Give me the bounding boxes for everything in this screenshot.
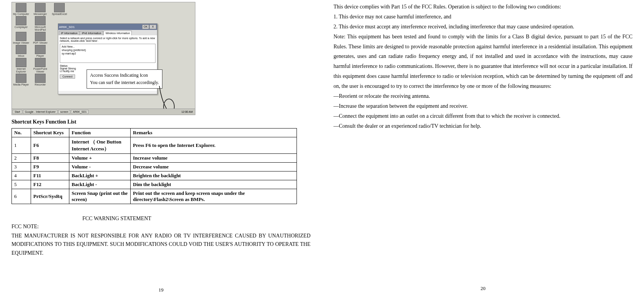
desktop-icon: Inbox (13, 45, 29, 57)
icon-label: Internet Explorer (13, 68, 29, 73)
cell-no: 2 (12, 154, 31, 163)
pdf-viewer-icon (35, 32, 46, 41)
inbox-icon (16, 45, 26, 54)
fcc-measure-3: —Connect the equipment into an outlet on… (334, 111, 633, 121)
media-player-icon (16, 74, 26, 83)
dialog-tabs: IP Information IPv6 Information Wireless… (58, 30, 157, 35)
desktop-icon: Internet Explorer (13, 58, 29, 73)
notify-label: Notify me (63, 70, 74, 73)
fcc-measure-1: —Reorient or relocate the receiving ante… (334, 91, 633, 101)
table-row: 1 F6 Internet （ One Button Internet Acce… (12, 137, 297, 154)
dialog-instruction: Select a network and press connect or ri… (60, 37, 156, 42)
desktop-icon: Recorder (32, 74, 49, 86)
desktop-icon: Player (32, 45, 49, 57)
fcc-warning-title: FCC WARNING STATEMENT (82, 216, 311, 222)
page-right: This device complies with Part 15 of the… (322, 0, 644, 295)
cell-keys: F11 (31, 171, 69, 180)
connect-button: Connect (60, 74, 75, 79)
page-left: My Computer Messenger SpreadExcel Corepl… (0, 0, 322, 295)
cell-remarks: Decrease volume (131, 163, 297, 171)
wordpad-icon (35, 16, 46, 25)
icon-label: Media Player (13, 83, 29, 86)
recorder-icon (35, 74, 46, 83)
fcc-body-text: THE MANUFACTURER IS NOT RESPONSIBLE FOR … (11, 232, 311, 257)
callout-line1: Access Success Indicating Icon (90, 72, 159, 79)
network-list: Add New... shuoying (preferred) sy-mart-… (60, 44, 156, 63)
cell-remarks: Brighten the backlight (131, 171, 297, 180)
icon-label: Messenger (34, 13, 47, 15)
desktop-icon: SpreadExcel (51, 3, 68, 15)
header-remarks: Remarks (131, 129, 297, 137)
desktop-icon: Messenger (32, 3, 49, 15)
page-number: 20 (480, 284, 485, 293)
cell-remarks: Press F6 to open the Internet Explorer. (131, 137, 297, 154)
tab-wireless-info: Wireless Information (103, 31, 132, 35)
taskbar: Start Google - Internet Explorer screen … (12, 109, 195, 115)
icon-label: Recorder (35, 83, 46, 86)
fcc-intro: This device complies with Part 15 of the… (334, 2, 633, 12)
callout-annotation: Access Success Indicating Icon You can s… (87, 69, 162, 89)
table-row: 2 F8 Volume + Increase volume (12, 154, 297, 163)
cell-no: 5 (12, 180, 31, 189)
ie-icon (16, 58, 26, 67)
ok-button: OK (142, 25, 149, 29)
network-item: shuoying (preferred) (61, 48, 154, 52)
network-add-new: Add New... (61, 45, 154, 48)
cell-keys: F6 (31, 137, 69, 154)
cell-remarks: Dim the backlight (131, 180, 297, 189)
cell-keys: F8 (31, 154, 69, 163)
icon-label: Player (36, 54, 44, 57)
player-icon (35, 45, 46, 54)
cell-no: 4 (12, 171, 31, 180)
header-function: Function (69, 129, 131, 137)
desktop-icon: Image Viewer (13, 32, 29, 44)
cell-function: Volume - (69, 163, 131, 171)
messenger-icon (35, 3, 46, 12)
section-title: Shortcut Keys Function List (11, 119, 311, 125)
cell-keys: F9 (31, 163, 69, 171)
header-no: No. (12, 129, 31, 137)
cell-no: 3 (12, 163, 31, 171)
cell-function: BackLight - (69, 180, 131, 189)
taskbar-app: AR6K_SD1 (71, 110, 88, 114)
shortcut-keys-table: No. Shortcut Keys Function Remarks 1 F6 … (11, 128, 297, 204)
status-label: Status: (60, 64, 156, 67)
start-button: Start (13, 110, 22, 114)
device-screenshot: My Computer Messenger SpreadExcel Corepl… (11, 2, 195, 115)
cell-keys: PrtScr/SysRq (31, 189, 69, 204)
cell-keys: F12 (31, 180, 69, 189)
fcc-note-body: Note: This equipment has been tested and… (334, 32, 633, 91)
icon-label: PowerPoint Viewer (32, 68, 49, 73)
dialog-titlebar: AR6K_SD1 OK X (58, 24, 157, 30)
page-number: 19 (159, 287, 164, 293)
image-viewer-icon (16, 32, 26, 41)
tab-ip-info: IP Information (59, 31, 79, 35)
table-row: 5 F12 BackLight - Dim the backlight (12, 180, 297, 189)
cell-function: Screen Snap (print out the screen) (69, 189, 131, 204)
dialog-title: AR6K_SD1 (59, 25, 75, 29)
computer-icon (16, 3, 26, 12)
spreadsheet-icon (54, 3, 65, 12)
tab-ipv6-info: IPv6 Information (80, 31, 103, 35)
close-button: X (149, 25, 156, 29)
network-item: sy-mart-ap2 (61, 52, 154, 55)
desktop-icon: PowerPoint Viewer (32, 58, 49, 73)
cell-no: 1 (12, 137, 31, 154)
icon-label: SpreadExcel (52, 13, 67, 15)
fcc-measure-4: —Consult the dealer or an experienced ra… (334, 121, 633, 131)
icon-label: Image Viewer (13, 41, 29, 44)
fcc-condition-2: 2. This device must accept any interfere… (334, 22, 633, 32)
icon-label: Microsoft WordPad (32, 26, 49, 31)
table-header-row: No. Shortcut Keys Function Remarks (12, 129, 297, 137)
icon-label: Inbox (18, 54, 24, 57)
header-keys: Shortcut Keys (31, 129, 69, 137)
fcc-measure-2: —Increase the separation between the equ… (334, 101, 633, 111)
desktop-icon: Coreplayer (13, 16, 29, 31)
table-row: 3 F9 Volume - Decrease volume (12, 163, 297, 171)
coreplayer-icon (16, 16, 26, 25)
cell-function: Volume + (69, 154, 131, 163)
cell-function: BackLight + (69, 171, 131, 180)
table-row: 6 PrtScr/SysRq Screen Snap (print out th… (12, 189, 297, 204)
ppt-viewer-icon (35, 58, 46, 67)
table-row: 4 F11 BackLight + Brighten the backlight (12, 171, 297, 180)
